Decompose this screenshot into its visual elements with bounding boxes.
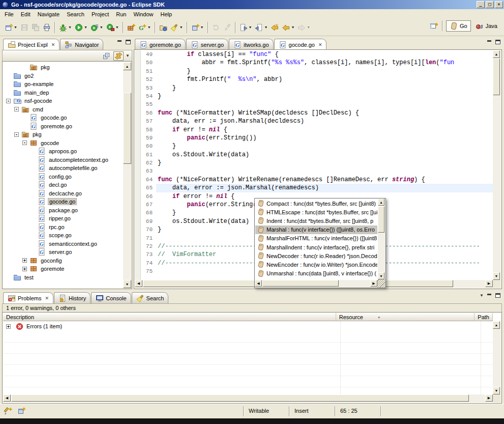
tree-item-test[interactable]: test xyxy=(3,273,123,282)
view-tab-console[interactable]: Console xyxy=(91,292,131,303)
scroll-down-icon[interactable]: ▼ xyxy=(123,280,131,288)
scroll-left-icon[interactable]: ◀ xyxy=(135,280,142,287)
tree-item-server-go[interactable]: Gserver.go xyxy=(3,248,123,257)
tree-item-gocode-go[interactable]: Ggocode.go xyxy=(3,197,123,206)
dropdown-arrow-icon[interactable]: ▼ xyxy=(249,25,252,29)
window-maximize-button[interactable]: □ xyxy=(486,1,494,8)
scroll-up-icon[interactable]: ▲ xyxy=(493,50,500,58)
new-go-element-button[interactable]: G▼ xyxy=(137,21,153,34)
tree-item-gocode[interactable]: -gocode xyxy=(3,139,123,148)
undo-button[interactable] xyxy=(211,21,222,34)
tree-item-scope-go[interactable]: Gscope.go xyxy=(3,231,123,240)
view-tab-navigator[interactable]: Navigator xyxy=(60,39,103,50)
scroll-up-icon[interactable]: ▲ xyxy=(123,62,131,70)
dropdown-arrow-icon[interactable]: ▼ xyxy=(307,25,310,29)
clean-button[interactable] xyxy=(222,21,233,34)
scroll-thumb[interactable] xyxy=(11,394,469,402)
tab-close-icon[interactable]: ✕ xyxy=(318,42,322,47)
window-close-button[interactable]: ✕ xyxy=(495,1,503,8)
window-minimize-button[interactable]: _ xyxy=(477,1,485,8)
column-header-path[interactable]: Path xyxy=(475,313,493,321)
problems-vscrollbar[interactable]: ▲ ▼ xyxy=(493,321,501,394)
tree-item-goremote-go[interactable]: Ggoremote.go xyxy=(3,122,123,131)
tree-item-decl-go[interactable]: Gdecl.go xyxy=(3,181,123,189)
scroll-thumb[interactable] xyxy=(493,59,500,95)
prev-annotation-button[interactable]: ▼ xyxy=(253,21,269,34)
new-go-package-button[interactable] xyxy=(126,21,137,34)
column-header-resource[interactable]: Resource▲ xyxy=(336,313,475,321)
tree-item-nsf-gocode[interactable]: -Gnsf-gocode xyxy=(3,97,123,105)
tree-item-go2[interactable]: go2 xyxy=(3,72,123,80)
collapse-icon[interactable]: - xyxy=(14,132,19,137)
dropdown-arrow-icon[interactable]: ▼ xyxy=(291,25,294,29)
maximize-view-icon[interactable] xyxy=(495,293,500,298)
menu-window[interactable]: Window xyxy=(130,10,157,18)
scroll-thumb[interactable] xyxy=(262,280,339,287)
run-button[interactable]: ▼ xyxy=(73,21,89,34)
tree-item-pkg[interactable]: -pkg xyxy=(3,130,123,139)
tree-item-cmd[interactable]: -cmd xyxy=(3,105,123,114)
tree-item-autocompletecontext-go[interactable]: Gautocompletecontext.go xyxy=(3,156,123,164)
dropdown-arrow-icon[interactable]: ▼ xyxy=(200,25,204,29)
dropdown-arrow-icon[interactable]: ▼ xyxy=(115,25,119,29)
scroll-left-icon[interactable]: ◀ xyxy=(255,280,262,287)
completion-item-marshalindent[interactable]: MarshalIndent : func(v interface{}, pref… xyxy=(255,243,377,251)
problems-row-errors-1-item[interactable]: +Errors (1 item) xyxy=(3,321,493,331)
dropdown-arrow-icon[interactable]: ▼ xyxy=(68,25,72,29)
view-tab-history[interactable]: History xyxy=(54,292,91,303)
completion-item-newdecoder[interactable]: NewDecoder : func(r io.Reader) *json.Dec… xyxy=(255,251,377,260)
collapse-all-button[interactable] xyxy=(101,51,111,61)
scroll-thumb[interactable] xyxy=(378,206,384,233)
tree-item-gocode-go[interactable]: Ggocode.go xyxy=(3,114,123,122)
tab-close-icon[interactable]: ✕ xyxy=(45,296,49,301)
tree-item-rpc-go[interactable]: Grpc.go xyxy=(3,223,123,232)
scroll-down-icon[interactable]: ▼ xyxy=(378,272,384,279)
expand-icon[interactable]: + xyxy=(22,267,27,271)
view-menu-icon[interactable]: ▼ xyxy=(480,293,484,298)
menu-project[interactable]: Project xyxy=(88,10,112,18)
editor-tab-itworks-go[interactable]: Gitworks.go xyxy=(229,39,274,50)
view-tab-project-expl[interactable]: Project Expl✕ xyxy=(3,39,60,50)
tree-item-declcache-go[interactable]: Gdeclcache.go xyxy=(3,189,123,198)
debug-button[interactable]: ▼ xyxy=(57,21,73,34)
scroll-thumb[interactable] xyxy=(123,93,131,164)
completion-item-marshalforhtml[interactable]: MarshalForHTML : func(v interface{}) ([]… xyxy=(255,234,377,243)
editor-tab-gocode-go[interactable]: Ggocode.go✕ xyxy=(274,39,327,50)
editor-vscrollbar[interactable]: ▲ ▼ xyxy=(493,50,501,280)
minimize-editor-icon[interactable] xyxy=(487,40,492,44)
tree-item-apropos-go[interactable]: Gapropos.go xyxy=(3,147,123,156)
tree-item-go-example[interactable]: go-example xyxy=(3,80,123,89)
view-tab-problems[interactable]: Problems✕ xyxy=(3,292,53,303)
scroll-right-icon[interactable]: ▶ xyxy=(485,394,493,402)
view-menu-icon[interactable]: ▼ xyxy=(126,53,130,58)
scroll-right-icon[interactable]: ▶ xyxy=(370,280,377,287)
new-fast-view-button[interactable]: ▼ xyxy=(190,21,205,34)
menu-edit[interactable]: Edit xyxy=(17,10,34,18)
collapse-icon[interactable]: - xyxy=(6,99,11,103)
dropdown-arrow-icon[interactable]: ▼ xyxy=(264,25,268,29)
menu-navigate[interactable]: Navigate xyxy=(34,10,63,18)
completion-item-compact[interactable]: Compact : func(dst *bytes.Buffer, src []… xyxy=(255,199,377,208)
maximize-view-icon[interactable] xyxy=(126,40,131,44)
dropdown-arrow-icon[interactable]: ▼ xyxy=(100,25,103,29)
minimize-view-icon[interactable] xyxy=(117,40,123,44)
menu-help[interactable]: Help xyxy=(157,10,176,18)
next-annotation-button[interactable]: ▼ xyxy=(238,21,254,34)
tree-item-ripper-go[interactable]: Gripper.go xyxy=(3,214,123,223)
collapse-icon[interactable]: - xyxy=(14,107,19,111)
popup-hscrollbar[interactable]: ◀ ▶ xyxy=(255,280,377,288)
completion-item-newencoder[interactable]: NewEncoder : func(w io.Writer) *json.Enc… xyxy=(255,260,377,269)
dropdown-arrow-icon[interactable]: ▼ xyxy=(147,25,151,29)
external-tools-button[interactable]: ▼ xyxy=(105,21,121,34)
column-header-description[interactable]: Description xyxy=(3,313,336,321)
view-tab-search[interactable]: Search xyxy=(132,292,169,303)
menu-file[interactable]: File xyxy=(1,10,17,18)
scroll-down-icon[interactable]: ▼ xyxy=(493,272,500,280)
tree-item-package-go[interactable]: Gpackage.go xyxy=(3,206,123,215)
completion-item-unmarshal[interactable]: Unmarshal : func(data []uint8, v interfa… xyxy=(255,269,377,278)
tree-item-main-dep[interactable]: main_dep xyxy=(3,89,123,97)
tree-item-goconfig[interactable]: +goconfig xyxy=(3,257,123,265)
forward-button[interactable]: ▼ xyxy=(296,21,312,34)
new-wizard-button[interactable]: ▼ xyxy=(3,21,19,34)
tree-item-semanticcontext-go[interactable]: Gsemanticcontext.go xyxy=(3,240,123,248)
